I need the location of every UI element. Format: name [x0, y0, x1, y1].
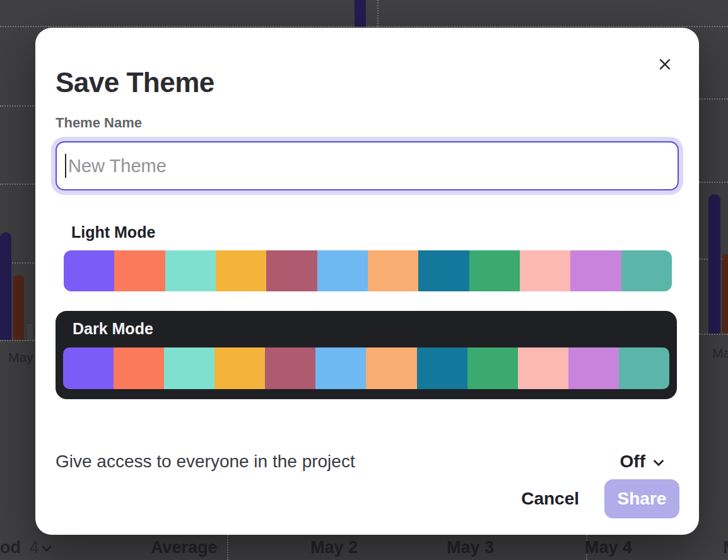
column-header-date: May 3	[447, 538, 494, 557]
palette-swatch	[469, 250, 520, 291]
cancel-button[interactable]: Cancel	[521, 489, 579, 509]
column-header-average: Average	[151, 538, 218, 557]
column-header-date: May 2	[310, 538, 358, 557]
chevron-down-icon	[650, 455, 667, 471]
access-row: Give access to everyone in the project O…	[56, 452, 667, 472]
dialog-footer: Cancel Share	[521, 479, 679, 518]
dark-mode-label: Dark Mode	[73, 320, 153, 338]
period-selector-value: 4	[30, 538, 39, 557]
axis-line	[699, 334, 728, 335]
save-theme-dialog: Save Theme Theme Name Light Mode Dark Mo…	[35, 28, 699, 535]
column-header-date-partial: M	[723, 538, 728, 557]
close-button[interactable]	[652, 52, 678, 77]
chart-bar	[13, 276, 24, 340]
theme-name-label: Theme Name	[56, 115, 142, 131]
chart-bar	[708, 194, 720, 334]
access-dropdown-value: Off	[620, 452, 645, 472]
dialog-title: Save Theme	[56, 67, 214, 98]
palette-swatch	[265, 347, 315, 389]
dark-mode-preview-card: Dark Mode	[56, 311, 677, 399]
palette-swatch	[114, 250, 165, 291]
access-label: Give access to everyone in the project	[56, 452, 355, 472]
palette-swatch	[114, 347, 164, 389]
chart-bar-average	[26, 322, 34, 340]
light-mode-palette	[64, 250, 672, 291]
dark-mode-palette	[63, 347, 669, 389]
period-selector-label: od	[0, 538, 21, 557]
axis-label: Ma	[712, 346, 728, 361]
light-mode-label: Light Mode	[71, 223, 155, 242]
palette-swatch	[266, 250, 317, 291]
palette-swatch	[165, 250, 216, 291]
theme-name-input[interactable]	[56, 141, 679, 190]
palette-swatch	[467, 347, 518, 389]
chevron-down-icon[interactable]	[39, 541, 54, 556]
palette-swatch	[164, 347, 214, 389]
palette-swatch	[216, 250, 266, 291]
palette-swatch	[417, 347, 467, 389]
palette-swatch	[570, 250, 621, 291]
axis-line	[0, 340, 36, 341]
palette-swatch	[368, 250, 418, 291]
chart-bar	[0, 232, 11, 340]
axis-label: May	[8, 350, 33, 365]
palette-swatch	[568, 347, 619, 389]
palette-swatch	[366, 347, 416, 389]
palette-swatch	[317, 250, 368, 291]
period-selector[interactable]: od 4	[0, 538, 39, 557]
gridline	[699, 98, 728, 100]
share-button[interactable]: Share	[604, 479, 679, 518]
palette-swatch	[621, 250, 672, 291]
close-icon	[657, 56, 673, 73]
palette-swatch	[418, 250, 469, 291]
access-dropdown[interactable]: Off	[620, 452, 667, 472]
palette-swatch	[520, 250, 570, 291]
text-cursor	[65, 154, 66, 178]
gridline	[0, 105, 36, 107]
chart-bar	[722, 254, 728, 334]
palette-swatch	[63, 347, 114, 389]
palette-swatch	[619, 347, 669, 389]
gridline-vertical	[377, 0, 379, 26]
palette-swatch	[64, 250, 114, 291]
gridline	[699, 182, 728, 183]
palette-swatch	[315, 347, 366, 389]
gridline	[0, 184, 36, 185]
palette-swatch	[518, 347, 568, 389]
palette-swatch	[214, 347, 265, 389]
panel-separator	[227, 535, 228, 560]
chart-bar	[355, 0, 366, 26]
column-header-date: May 4	[585, 538, 632, 557]
